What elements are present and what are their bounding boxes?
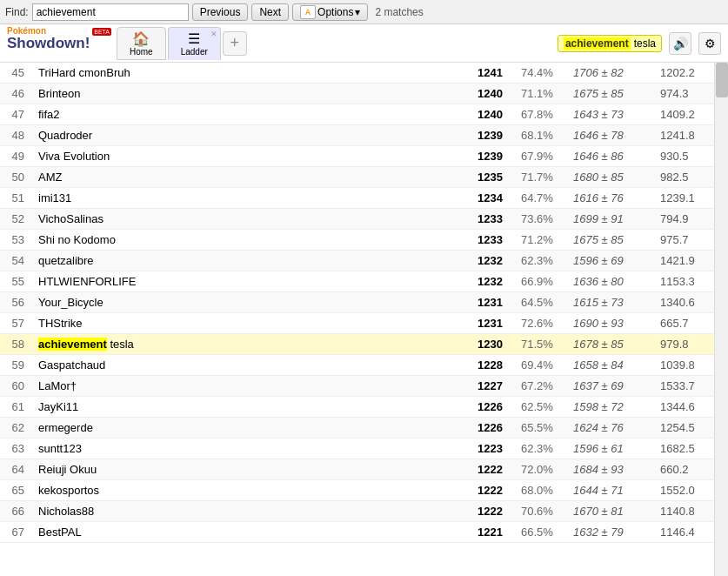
table-row[interactable]: 67BestPAL122166.5%1632 ± 791146.4 — [0, 522, 714, 543]
player-cell[interactable]: Brinteon — [31, 84, 471, 104]
close-icon[interactable]: ✕ — [210, 30, 218, 38]
scrollbar-track[interactable] — [714, 63, 728, 576]
winrate-cell: 67.9% — [514, 146, 566, 167]
player-cell[interactable]: Your_Bicycle — [31, 292, 471, 313]
player-cell[interactable]: VichoSalinas — [31, 209, 471, 230]
rank-cell: 51 — [0, 188, 31, 209]
tab-home[interactable]: 🏠 Home — [117, 27, 166, 60]
winrate-cell: 64.7% — [514, 188, 566, 209]
player-cell[interactable]: AMZ — [31, 167, 471, 188]
table-row[interactable]: 58achievement tesla123071.5%1678 ± 85979… — [0, 334, 714, 355]
player-cell[interactable]: achievement tesla — [31, 334, 471, 355]
gxe-cell: 1254.5 — [653, 418, 714, 439]
nav-tabs: 🏠 Home ✕ ☰ Ladder + — [117, 27, 247, 60]
elo-cell: 1222 — [471, 501, 514, 522]
glicko-cell: 1637 ± 69 — [566, 376, 653, 397]
player-cell[interactable]: Viva Evolution — [31, 146, 471, 167]
elo-cell: 1232 — [471, 271, 514, 292]
player-cell[interactable]: LaMor† — [31, 376, 471, 397]
options-button[interactable]: A Options ▾ — [292, 3, 368, 21]
player-cell[interactable]: quetzalibre — [31, 251, 471, 271]
winrate-cell: 66.9% — [514, 271, 566, 292]
table-row[interactable]: 53Shi no Kodomo123371.2%1675 ± 85975.7 — [0, 230, 714, 251]
player-cell[interactable]: Reiuji Okuu — [31, 459, 471, 480]
table-row[interactable]: 56Your_Bicycle123164.5%1615 ± 731340.6 — [0, 292, 714, 313]
previous-button[interactable]: Previous — [192, 3, 249, 21]
glicko-cell: 1690 ± 93 — [566, 313, 653, 334]
player-cell[interactable]: Quadroder — [31, 125, 471, 146]
table-row[interactable]: 51imi131123464.7%1616 ± 761239.1 — [0, 188, 714, 209]
table-container[interactable]: 45TriHard cmonBruh124174.4%1706 ± 821202… — [0, 63, 714, 576]
glicko-cell: 1598 ± 72 — [566, 397, 653, 418]
player-cell[interactable]: imi131 — [31, 188, 471, 209]
volume-button[interactable]: 🔊 — [669, 32, 691, 55]
table-row[interactable]: 59Gaspatchaud122869.4%1658 ± 841039.8 — [0, 355, 714, 376]
player-cell[interactable]: TriHard cmonBruh — [31, 63, 471, 84]
rank-cell: 64 — [0, 459, 31, 480]
elo-cell: 1234 — [471, 188, 514, 209]
rank-cell: 56 — [0, 292, 31, 313]
table-row[interactable]: 46Brinteon124071.1%1675 ± 85974.3 — [0, 84, 714, 104]
player-cell[interactable]: THStrike — [31, 313, 471, 334]
table-row[interactable]: 57THStrike123172.6%1690 ± 93665.7 — [0, 313, 714, 334]
player-cell[interactable]: suntt123 — [31, 439, 471, 459]
player-cell[interactable]: BestPAL — [31, 522, 471, 543]
winrate-cell: 62.3% — [514, 439, 566, 459]
table-row[interactable]: 48Quadroder123968.1%1646 ± 781241.8 — [0, 125, 714, 146]
winrate-cell: 67.8% — [514, 104, 566, 125]
table-row[interactable]: 66Nicholas88122270.6%1670 ± 811140.8 — [0, 501, 714, 522]
table-row[interactable]: 45TriHard cmonBruh124174.4%1706 ± 821202… — [0, 63, 714, 84]
table-row[interactable]: 50AMZ123571.7%1680 ± 85982.5 — [0, 167, 714, 188]
header-right: achievement tesla 🔊 ⚙ — [558, 32, 721, 55]
logo[interactable]: Pokémon Showdown! BETA — [7, 26, 111, 61]
table-row[interactable]: 63suntt123122362.3%1596 ± 611682.5 — [0, 439, 714, 459]
rank-cell: 66 — [0, 501, 31, 522]
table-row[interactable]: 65kekosportos122268.0%1644 ± 711552.0 — [0, 480, 714, 501]
main-content: 45TriHard cmonBruh124174.4%1706 ± 821202… — [0, 63, 728, 576]
matches-count: 2 matches — [375, 6, 423, 18]
rank-cell: 52 — [0, 209, 31, 230]
glicko-cell: 1675 ± 85 — [566, 230, 653, 251]
player-cell[interactable]: ermegerde — [31, 418, 471, 439]
table-row[interactable]: 49Viva Evolution123967.9%1646 ± 86930.5 — [0, 146, 714, 167]
player-cell[interactable]: JayKi11 — [31, 397, 471, 418]
logo-beta: BETA — [92, 28, 111, 36]
settings-button[interactable]: ⚙ — [698, 32, 721, 55]
player-cell[interactable]: fifa2 — [31, 104, 471, 125]
tab-ladder[interactable]: ✕ ☰ Ladder — [168, 27, 221, 60]
gxe-cell: 974.3 — [653, 84, 714, 104]
table-row[interactable]: 62ermegerde122665.5%1624 ± 761254.5 — [0, 418, 714, 439]
elo-cell: 1240 — [471, 104, 514, 125]
table-row[interactable]: 60LaMor†122767.2%1637 ± 691533.7 — [0, 376, 714, 397]
next-button[interactable]: Next — [251, 3, 289, 21]
add-tab-button[interactable]: + — [223, 31, 247, 56]
gxe-cell: 660.2 — [653, 459, 714, 480]
rank-cell: 49 — [0, 146, 31, 167]
rank-cell: 62 — [0, 418, 31, 439]
player-cell[interactable]: Nicholas88 — [31, 501, 471, 522]
gxe-cell: 1239.1 — [653, 188, 714, 209]
chevron-down-icon: ▾ — [355, 6, 360, 18]
elo-cell: 1241 — [471, 63, 514, 84]
table-row[interactable]: 52VichoSalinas123373.6%1699 ± 91794.9 — [0, 209, 714, 230]
player-cell[interactable]: Shi no Kodomo — [31, 230, 471, 251]
table-row[interactable]: 64Reiuji Okuu122272.0%1684 ± 93660.2 — [0, 459, 714, 480]
table-row[interactable]: 61JayKi11122662.5%1598 ± 721344.6 — [0, 397, 714, 418]
glicko-cell: 1646 ± 78 — [566, 125, 653, 146]
user-badge[interactable]: achievement tesla — [558, 35, 662, 52]
table-row[interactable]: 55HTLWIENFORLIFE123266.9%1636 ± 801153.3 — [0, 271, 714, 292]
elo-cell: 1231 — [471, 313, 514, 334]
winrate-cell: 65.5% — [514, 418, 566, 439]
gxe-cell: 665.7 — [653, 313, 714, 334]
scrollbar-thumb[interactable] — [716, 63, 728, 97]
find-input[interactable] — [32, 3, 189, 21]
table-row[interactable]: 47fifa2124067.8%1643 ± 731409.2 — [0, 104, 714, 125]
rank-cell: 58 — [0, 334, 31, 355]
player-cell[interactable]: kekosportos — [31, 480, 471, 501]
player-cell[interactable]: Gaspatchaud — [31, 355, 471, 376]
player-cell[interactable]: HTLWIENFORLIFE — [31, 271, 471, 292]
rank-cell: 55 — [0, 271, 31, 292]
gxe-cell: 794.9 — [653, 209, 714, 230]
table-row[interactable]: 54quetzalibre123262.3%1596 ± 691421.9 — [0, 251, 714, 271]
gxe-cell: 1146.4 — [653, 522, 714, 543]
